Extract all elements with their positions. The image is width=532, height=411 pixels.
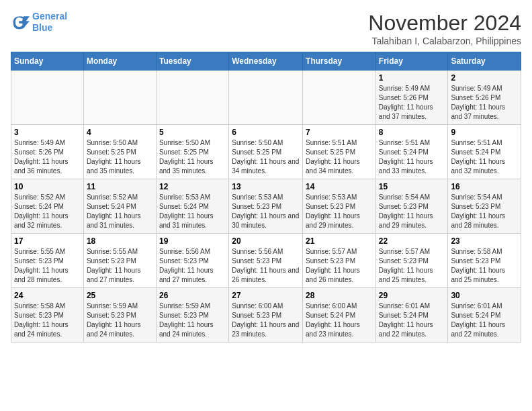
calendar-cell [156, 71, 228, 125]
day-info: Sunrise: 5:56 AM Sunset: 5:23 PM Dayligh… [232, 247, 300, 285]
calendar-body: 1Sunrise: 5:49 AM Sunset: 5:26 PM Daylig… [11, 71, 521, 342]
calendar-cell: 24Sunrise: 5:58 AM Sunset: 5:23 PM Dayli… [11, 288, 84, 342]
day-info: Sunrise: 5:54 AM Sunset: 5:23 PM Dayligh… [379, 193, 445, 230]
day-info: Sunrise: 5:59 AM Sunset: 5:23 PM Dayligh… [87, 302, 153, 339]
calendar-cell: 9Sunrise: 5:51 AM Sunset: 5:24 PM Daylig… [448, 125, 521, 179]
title-block: November 2024 Talahiban I, Calabarzon, P… [368, 11, 521, 46]
day-number: 23 [451, 236, 518, 246]
day-info: Sunrise: 5:56 AM Sunset: 5:23 PM Dayligh… [159, 247, 226, 285]
day-number: 15 [379, 182, 445, 191]
day-number: 26 [159, 291, 226, 300]
day-number: 19 [159, 236, 226, 246]
day-number: 28 [306, 291, 373, 300]
day-info: Sunrise: 5:51 AM Sunset: 5:24 PM Dayligh… [379, 138, 445, 176]
day-info: Sunrise: 6:00 AM Sunset: 5:24 PM Dayligh… [306, 302, 373, 339]
day-number: 3 [14, 128, 81, 137]
day-number: 1 [379, 73, 445, 83]
weekday-row: SundayMondayTuesdayWednesdayThursdayFrid… [11, 52, 521, 71]
calendar-header: SundayMondayTuesdayWednesdayThursdayFrid… [11, 52, 521, 71]
weekday-header: Saturday [448, 52, 521, 71]
calendar-cell: 6Sunrise: 5:50 AM Sunset: 5:25 PM Daylig… [229, 125, 303, 179]
logo: General Blue [11, 11, 67, 34]
calendar-cell [83, 71, 156, 125]
calendar-cell: 18Sunrise: 5:55 AM Sunset: 5:23 PM Dayli… [83, 234, 156, 288]
calendar-cell: 13Sunrise: 5:53 AM Sunset: 5:23 PM Dayli… [229, 179, 303, 234]
calendar-cell: 22Sunrise: 5:57 AM Sunset: 5:23 PM Dayli… [375, 234, 448, 288]
calendar-cell: 20Sunrise: 5:56 AM Sunset: 5:23 PM Dayli… [229, 234, 303, 288]
calendar-cell: 1Sunrise: 5:49 AM Sunset: 5:26 PM Daylig… [375, 71, 448, 125]
day-number: 13 [232, 182, 300, 191]
day-info: Sunrise: 6:01 AM Sunset: 5:24 PM Dayligh… [379, 302, 445, 339]
calendar-week-row: 24Sunrise: 5:58 AM Sunset: 5:23 PM Dayli… [11, 288, 521, 342]
day-number: 30 [451, 291, 518, 300]
calendar-cell: 17Sunrise: 5:55 AM Sunset: 5:23 PM Dayli… [11, 234, 84, 288]
calendar-cell: 30Sunrise: 6:01 AM Sunset: 5:24 PM Dayli… [448, 288, 521, 342]
day-info: Sunrise: 5:55 AM Sunset: 5:23 PM Dayligh… [87, 247, 153, 285]
day-info: Sunrise: 5:50 AM Sunset: 5:25 PM Dayligh… [159, 138, 226, 176]
day-info: Sunrise: 5:55 AM Sunset: 5:23 PM Dayligh… [14, 247, 81, 285]
calendar-cell: 28Sunrise: 6:00 AM Sunset: 5:24 PM Dayli… [303, 288, 376, 342]
calendar-cell: 3Sunrise: 5:49 AM Sunset: 5:26 PM Daylig… [11, 125, 84, 179]
day-number: 4 [87, 128, 153, 137]
weekday-header: Thursday [303, 52, 376, 71]
day-number: 9 [451, 128, 518, 137]
day-number: 18 [87, 236, 153, 246]
calendar-cell: 11Sunrise: 5:52 AM Sunset: 5:24 PM Dayli… [83, 179, 156, 234]
day-info: Sunrise: 5:50 AM Sunset: 5:25 PM Dayligh… [87, 138, 153, 176]
day-info: Sunrise: 5:57 AM Sunset: 5:23 PM Dayligh… [306, 247, 373, 285]
calendar-cell: 4Sunrise: 5:50 AM Sunset: 5:25 PM Daylig… [83, 125, 156, 179]
day-info: Sunrise: 5:57 AM Sunset: 5:23 PM Dayligh… [379, 247, 445, 285]
calendar-week-row: 3Sunrise: 5:49 AM Sunset: 5:26 PM Daylig… [11, 125, 521, 179]
day-number: 12 [159, 182, 226, 191]
calendar-cell: 12Sunrise: 5:53 AM Sunset: 5:24 PM Dayli… [156, 179, 228, 234]
calendar-week-row: 10Sunrise: 5:52 AM Sunset: 5:24 PM Dayli… [11, 179, 521, 234]
calendar-cell: 16Sunrise: 5:54 AM Sunset: 5:23 PM Dayli… [448, 179, 521, 234]
day-info: Sunrise: 5:54 AM Sunset: 5:23 PM Dayligh… [451, 193, 518, 230]
day-number: 24 [14, 291, 81, 300]
day-number: 10 [14, 182, 81, 191]
day-number: 11 [87, 182, 153, 191]
day-info: Sunrise: 6:00 AM Sunset: 5:23 PM Dayligh… [232, 302, 300, 339]
day-info: Sunrise: 5:49 AM Sunset: 5:26 PM Dayligh… [451, 84, 518, 122]
day-info: Sunrise: 5:52 AM Sunset: 5:24 PM Dayligh… [87, 193, 153, 230]
weekday-header: Sunday [11, 52, 84, 71]
calendar-cell: 5Sunrise: 5:50 AM Sunset: 5:25 PM Daylig… [156, 125, 228, 179]
day-number: 14 [306, 182, 373, 191]
day-number: 29 [379, 291, 445, 300]
calendar-table: SundayMondayTuesdayWednesdayThursdayFrid… [11, 52, 521, 342]
calendar-week-row: 17Sunrise: 5:55 AM Sunset: 5:23 PM Dayli… [11, 234, 521, 288]
day-number: 25 [87, 291, 153, 300]
location: Talahiban I, Calabarzon, Philippines [368, 36, 521, 46]
day-info: Sunrise: 5:53 AM Sunset: 5:23 PM Dayligh… [306, 193, 373, 230]
calendar-cell: 2Sunrise: 5:49 AM Sunset: 5:26 PM Daylig… [448, 71, 521, 125]
day-info: Sunrise: 5:51 AM Sunset: 5:25 PM Dayligh… [306, 138, 373, 176]
calendar-cell: 25Sunrise: 5:59 AM Sunset: 5:23 PM Dayli… [83, 288, 156, 342]
logo-line2: Blue [32, 22, 52, 33]
calendar-cell: 29Sunrise: 6:01 AM Sunset: 5:24 PM Dayli… [375, 288, 448, 342]
calendar-cell: 27Sunrise: 6:00 AM Sunset: 5:23 PM Dayli… [229, 288, 303, 342]
weekday-header: Wednesday [229, 52, 303, 71]
month-year: November 2024 [368, 11, 521, 36]
day-info: Sunrise: 5:59 AM Sunset: 5:23 PM Dayligh… [159, 302, 226, 339]
day-number: 20 [232, 236, 300, 246]
day-info: Sunrise: 6:01 AM Sunset: 5:24 PM Dayligh… [451, 302, 518, 339]
day-info: Sunrise: 5:53 AM Sunset: 5:23 PM Dayligh… [232, 193, 300, 230]
calendar-cell [229, 71, 303, 125]
day-info: Sunrise: 5:58 AM Sunset: 5:23 PM Dayligh… [451, 247, 518, 285]
weekday-header: Friday [375, 52, 448, 71]
weekday-header: Tuesday [156, 52, 228, 71]
day-number: 17 [14, 236, 81, 246]
day-number: 27 [232, 291, 300, 300]
calendar-cell: 19Sunrise: 5:56 AM Sunset: 5:23 PM Dayli… [156, 234, 228, 288]
calendar-cell: 7Sunrise: 5:51 AM Sunset: 5:25 PM Daylig… [303, 125, 376, 179]
logo-icon [11, 13, 30, 32]
calendar-cell: 10Sunrise: 5:52 AM Sunset: 5:24 PM Dayli… [11, 179, 84, 234]
weekday-header: Monday [83, 52, 156, 71]
day-number: 22 [379, 236, 445, 246]
day-info: Sunrise: 5:51 AM Sunset: 5:24 PM Dayligh… [451, 138, 518, 176]
calendar-cell: 23Sunrise: 5:58 AM Sunset: 5:23 PM Dayli… [448, 234, 521, 288]
calendar-cell: 21Sunrise: 5:57 AM Sunset: 5:23 PM Dayli… [303, 234, 376, 288]
calendar-cell: 8Sunrise: 5:51 AM Sunset: 5:24 PM Daylig… [375, 125, 448, 179]
day-number: 6 [232, 128, 300, 137]
day-info: Sunrise: 5:50 AM Sunset: 5:25 PM Dayligh… [232, 138, 300, 176]
